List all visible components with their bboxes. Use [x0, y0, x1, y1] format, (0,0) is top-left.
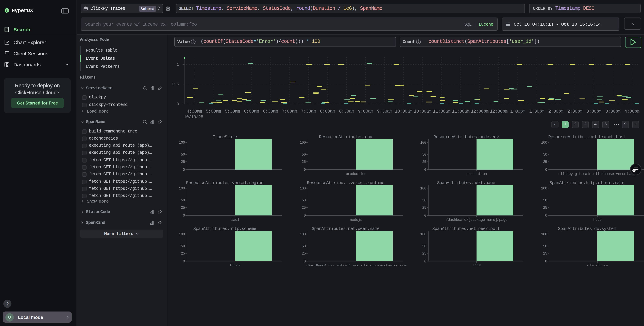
svg-text:0: 0 — [424, 259, 426, 263]
svg-text:1: 1 — [177, 62, 179, 67]
svg-text:7:30am: 7:30am — [301, 109, 316, 114]
svg-text:10:30am: 10:30am — [414, 109, 431, 114]
svg-text:ResourceAttributes.node.env: ResourceAttributes.node.env — [434, 134, 499, 139]
svg-text:1:00pm: 1:00pm — [510, 109, 525, 114]
svg-text:3:00pm: 3:00pm — [586, 109, 601, 114]
svg-text:0: 0 — [545, 168, 547, 172]
svg-text:/dashboard/[package_name]/page: /dashboard/[package_name]/page — [446, 218, 507, 222]
svg-text:clickhouse: clickhouse — [587, 263, 608, 266]
svg-text:5:30am: 5:30am — [225, 109, 240, 114]
svg-text:50: 50 — [422, 152, 426, 156]
svg-text:50: 50 — [302, 198, 306, 203]
svg-text:ResourceAttributes.vercel.regi: ResourceAttributes.vercel.region — [186, 180, 264, 186]
svg-text:6:00am: 6:00am — [244, 109, 259, 114]
svg-text:25: 25 — [422, 206, 426, 210]
svg-text:http: http — [593, 218, 602, 222]
svg-text:25: 25 — [543, 206, 547, 210]
svg-text:100: 100 — [300, 232, 306, 236]
svg-text:50: 50 — [543, 198, 547, 203]
svg-text:ResourceAttribu...vercel.runti: ResourceAttribu...vercel.runtime — [307, 180, 384, 186]
svg-text:9:00am: 9:00am — [358, 109, 373, 114]
svg-text:SpanAttributes.db.system: SpanAttributes.db.system — [558, 226, 616, 231]
svg-text:25: 25 — [422, 251, 426, 255]
svg-text:https: https — [230, 263, 240, 266]
svg-text:2:00pm: 2:00pm — [548, 109, 563, 114]
svg-text:nodejs: nodejs — [350, 218, 362, 222]
svg-text:0: 0 — [304, 259, 306, 263]
svg-text:25: 25 — [302, 160, 306, 164]
svg-text:50: 50 — [422, 198, 426, 203]
svg-text:iad1: iad1 — [231, 218, 240, 222]
svg-text:0: 0 — [304, 168, 306, 172]
svg-text:1:30pm: 1:30pm — [529, 109, 544, 114]
svg-text:SpanAttributes.net.peer.port: SpanAttributes.net.peer.port — [432, 226, 500, 231]
svg-text:9:30am: 9:30am — [377, 109, 392, 114]
svg-text:SpanAttributes.net.peer.name: SpanAttributes.net.peer.name — [312, 226, 379, 231]
svg-text:10/10/25: 10/10/25 — [184, 114, 203, 119]
svg-text:5:00am: 5:00am — [206, 109, 221, 114]
svg-text:0: 0 — [183, 214, 185, 218]
svg-text:0: 0 — [183, 168, 185, 172]
svg-text:100: 100 — [179, 140, 185, 145]
svg-text:0: 0 — [424, 214, 426, 218]
svg-text:25: 25 — [181, 160, 185, 164]
svg-text:25: 25 — [422, 160, 426, 164]
svg-text:ResourceAttribu..cel.branch_ho: ResourceAttribu..cel.branch_host — [548, 134, 626, 139]
svg-text:12:30pm: 12:30pm — [490, 109, 508, 114]
svg-text:50: 50 — [302, 244, 306, 248]
svg-text:100: 100 — [179, 232, 185, 236]
svg-text:SpanAttributes.http.scheme: SpanAttributes.http.scheme — [193, 226, 256, 231]
svg-text:100: 100 — [179, 187, 185, 191]
svg-text:SpanAttributes.next.page: SpanAttributes.next.page — [437, 180, 495, 186]
svg-text:ResourceAttributes.env: ResourceAttributes.env — [319, 134, 372, 139]
svg-text:50: 50 — [181, 244, 185, 248]
svg-text:SpanAttributes.http.client.nam: SpanAttributes.http.client.name — [549, 180, 624, 186]
svg-text:12:00pm: 12:00pm — [471, 109, 488, 114]
svg-text:25: 25 — [543, 251, 547, 255]
svg-text:100: 100 — [541, 187, 547, 191]
svg-text:100: 100 — [541, 140, 547, 145]
svg-text:0: 0 — [177, 102, 179, 106]
svg-text:11:30am: 11:30am — [452, 109, 470, 114]
svg-text:8443: 8443 — [472, 263, 481, 266]
svg-text:production: production — [466, 172, 487, 176]
svg-text:50: 50 — [543, 244, 547, 248]
svg-text:50: 50 — [422, 244, 426, 248]
svg-text:25: 25 — [302, 251, 306, 255]
svg-text:100: 100 — [420, 232, 426, 236]
svg-text:25: 25 — [181, 206, 185, 210]
svg-text:6:30am: 6:30am — [263, 109, 278, 114]
svg-text:50: 50 — [181, 198, 185, 203]
svg-text:100: 100 — [420, 140, 426, 145]
svg-text:0: 0 — [183, 259, 185, 263]
svg-text:0: 0 — [545, 214, 547, 218]
svg-text:100: 100 — [300, 187, 306, 191]
svg-text:8:30am: 8:30am — [339, 109, 354, 114]
svg-text:50: 50 — [181, 152, 185, 156]
svg-text:8:00am: 8:00am — [320, 109, 335, 114]
svg-text:25: 25 — [181, 251, 185, 255]
svg-text:z5prz9ggc4.us-central1.gcp.cli: z5prz9ggc4.us-central1.gcp.clickhouse-st… — [306, 263, 406, 266]
svg-text:25: 25 — [543, 160, 547, 164]
svg-text:100: 100 — [420, 187, 426, 191]
svg-text:50: 50 — [302, 152, 306, 156]
svg-text:2:30pm: 2:30pm — [567, 109, 582, 114]
svg-text:4:30am: 4:30am — [187, 109, 202, 114]
svg-text:clickpy-git-main-clickhouse.ve: clickpy-git-main-clickhouse.vercel.app — [558, 172, 636, 176]
svg-text:0: 0 — [545, 259, 547, 263]
svg-text:3:30pm: 3:30pm — [605, 109, 620, 114]
svg-text:0.5: 0.5 — [172, 82, 179, 86]
svg-text:100: 100 — [541, 232, 547, 236]
svg-text:10:00am: 10:00am — [395, 109, 412, 114]
svg-text:11:00am: 11:00am — [433, 109, 450, 114]
svg-text:7:00am: 7:00am — [282, 109, 297, 114]
svg-text:50: 50 — [543, 152, 547, 156]
svg-text:4:00pm: 4:00pm — [624, 109, 639, 114]
svg-text:0: 0 — [424, 168, 426, 172]
svg-text:100: 100 — [300, 140, 306, 145]
svg-text:25: 25 — [302, 206, 306, 210]
svg-text:0: 0 — [304, 214, 306, 218]
svg-text:production: production — [346, 172, 366, 176]
svg-text:TraceState: TraceState — [212, 134, 237, 139]
